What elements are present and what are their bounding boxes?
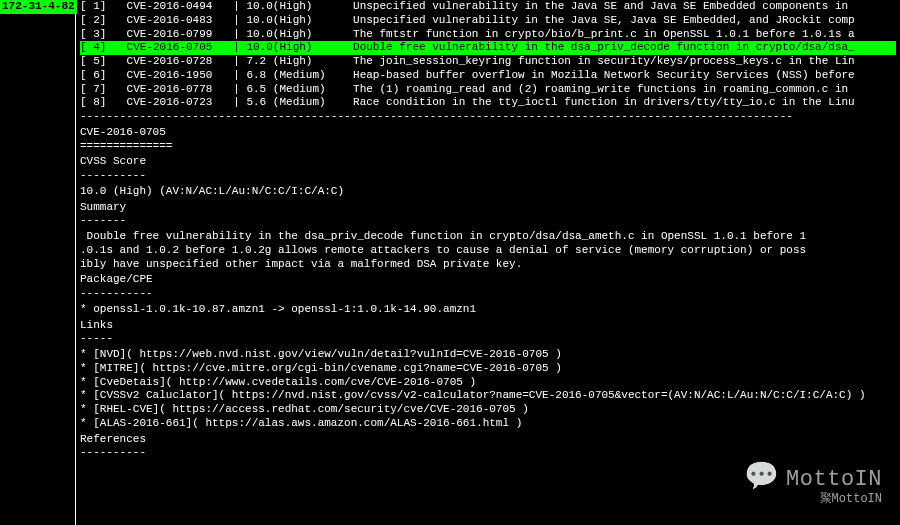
link-line: * [ALAS-2016-661]( https://alas.aws.amaz… (80, 417, 896, 431)
cve-row[interactable]: [ 6] CVE-2016-1950 | 6.8 (Medium) Heap-b… (80, 69, 896, 83)
summary-body: Double free vulnerability in the dsa_pri… (80, 230, 896, 271)
package-label: Package/CPE (80, 273, 896, 287)
link-line: * [MITRE]( https://cve.mitre.org/cgi-bin… (80, 362, 896, 376)
package-value: * openssl-1.0.1k-10.87.amzn1 -> openssl-… (80, 303, 896, 317)
cvss-label: CVSS Score (80, 155, 896, 169)
hostname-badge: 172-31-4-82 (0, 0, 77, 14)
cve-list[interactable]: [ 1] CVE-2016-0494 | 10.0(High) Unspecif… (80, 0, 896, 110)
underline: ----------- (80, 287, 896, 301)
summary-label: Summary (80, 201, 896, 215)
underline: ============== (80, 140, 896, 154)
cve-row[interactable]: [ 7] CVE-2016-0778 | 6.5 (Medium) The (1… (80, 83, 896, 97)
terminal-window: { "host": "172-31-4-82", "rows": [ {"idx… (0, 0, 900, 525)
underline: ----- (80, 332, 896, 346)
link-line: * [CveDetais]( http://www.cvedetails.com… (80, 376, 896, 390)
divider: ----------------------------------------… (80, 110, 896, 124)
references-label: References (80, 433, 896, 447)
cve-row[interactable]: [ 1] CVE-2016-0494 | 10.0(High) Unspecif… (80, 0, 896, 14)
left-pane (0, 0, 76, 525)
cve-heading: CVE-2016-0705 (80, 126, 896, 140)
link-line: * [NVD]( https://web.nvd.nist.gov/view/v… (80, 348, 896, 362)
cve-row[interactable]: [ 2] CVE-2016-0483 | 10.0(High) Unspecif… (80, 14, 896, 28)
right-pane[interactable]: [ 1] CVE-2016-0494 | 10.0(High) Unspecif… (76, 0, 900, 525)
underline: ------- (80, 214, 896, 228)
link-line: * [RHEL-CVE]( https://access.redhat.com/… (80, 403, 896, 417)
links-label: Links (80, 319, 896, 333)
cve-row[interactable]: [ 8] CVE-2016-0723 | 5.6 (Medium) Race c… (80, 96, 896, 110)
link-line: * [CVSSv2 Caluclator]( https://nvd.nist.… (80, 389, 896, 403)
cvss-value: 10.0 (High) (AV:N/AC:L/Au:N/C:C/I:C/A:C) (80, 185, 896, 199)
cve-row[interactable]: [ 4] CVE-2016-0705 | 10.0(High) Double f… (80, 41, 896, 55)
cve-row[interactable]: [ 5] CVE-2016-0728 | 7.2 (High) The join… (80, 55, 896, 69)
cve-row[interactable]: [ 3] CVE-2016-0799 | 10.0(High) The fmts… (80, 28, 896, 42)
underline: ---------- (80, 446, 896, 460)
links-list: * [NVD]( https://web.nvd.nist.gov/view/v… (80, 348, 896, 431)
underline: ---------- (80, 169, 896, 183)
split-panes: [ 1] CVE-2016-0494 | 10.0(High) Unspecif… (0, 0, 900, 525)
